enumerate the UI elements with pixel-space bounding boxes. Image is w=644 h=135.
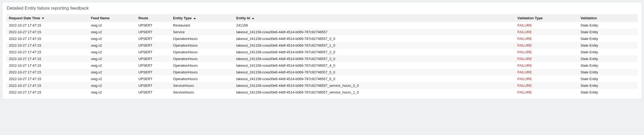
col-entity-type[interactable]: Entity Type [170, 14, 234, 22]
sort-asc-icon [252, 18, 254, 19]
table-row: 2022-10-27 17:47:15owg.v2UPSERTOperation… [6, 35, 638, 42]
cell-entity-type: OperationHours [170, 35, 234, 42]
cell-validation: Stale Entity [578, 55, 638, 62]
cell-entity-type: OperationHours [170, 55, 234, 62]
cell-validation: Stale Entity [578, 69, 638, 76]
cell-feed-name: owg.v2 [88, 69, 136, 76]
col-entity-id[interactable]: Entity Id [234, 14, 515, 22]
cell-validation-type: FAILURE [515, 62, 578, 69]
col-label: Entity Type [173, 16, 192, 20]
cell-request-date-time: 2022-10-27 17:47:15 [6, 69, 88, 76]
cell-entity-type: Restaurant [170, 22, 234, 29]
cell-feed-name: owg.v2 [88, 76, 136, 82]
cell-route: UPSERT [136, 82, 170, 89]
cell-feed-name: owg.v2 [88, 49, 136, 55]
table-row: 2022-10-27 17:47:15owg.v2UPSERTOperation… [6, 62, 638, 69]
cell-request-date-time: 2022-10-27 17:47:15 [6, 42, 88, 49]
cell-request-date-time: 2022-10-27 17:47:15 [6, 89, 88, 96]
cell-entity-id: takeout_241158-ccea30e6-44df-4514-b069-7… [234, 76, 515, 82]
cell-entity-id: takeout_241158-ccea30e6-44df-4514-b069-7… [234, 62, 515, 69]
svg-marker-1 [193, 18, 196, 19]
col-feed-name[interactable]: Feed Name [88, 14, 136, 22]
cell-validation: Stale Entity [578, 22, 638, 29]
col-label: Feed Name [91, 16, 110, 20]
cell-entity-type: OperationHours [170, 62, 234, 69]
cell-entity-id: takeout_241158-ccea30e6-44df-4514-b069-7… [234, 49, 515, 55]
table-row: 2022-10-27 17:47:15owg.v2UPSERTRestauran… [6, 22, 638, 29]
cell-feed-name: owg.v2 [88, 82, 136, 89]
cell-feed-name: owg.v2 [88, 42, 136, 49]
cell-entity-id: takeout_241158-ccea30e6-44df-4514-b069-7… [234, 82, 515, 89]
cell-entity-id: takeout_241158-ccea30e6-44df-4514-b069-7… [234, 89, 515, 96]
cell-route: UPSERT [136, 89, 170, 96]
cell-entity-type: OperationHours [170, 49, 234, 55]
cell-feed-name: owg.v2 [88, 29, 136, 35]
cell-feed-name: owg.v2 [88, 35, 136, 42]
cell-entity-type: OperationHours [170, 76, 234, 82]
cell-validation: Stale Entity [578, 82, 638, 89]
cell-entity-id: takeout_241158-ccea30e6-44df-4514-b069-7… [234, 69, 515, 76]
cell-validation-type: FAILURE [515, 89, 578, 96]
cell-entity-type: ServiceHours [170, 89, 234, 96]
table-row: 2022-10-27 17:47:15owg.v2UPSERTServiceta… [6, 29, 638, 35]
cell-validation-type: FAILURE [515, 35, 578, 42]
col-request-date-time[interactable]: Request Date Time [6, 14, 88, 22]
col-validation-type[interactable]: Validation Type [515, 14, 578, 22]
cell-request-date-time: 2022-10-27 17:47:15 [6, 49, 88, 55]
cell-request-date-time: 2022-10-27 17:47:15 [6, 29, 88, 35]
cell-validation: Stale Entity [578, 89, 638, 96]
svg-marker-0 [42, 18, 44, 19]
cell-request-date-time: 2022-10-27 17:47:15 [6, 22, 88, 29]
cell-validation-type: FAILURE [515, 22, 578, 29]
cell-validation: Stale Entity [578, 29, 638, 35]
col-validation[interactable]: Validation [578, 14, 638, 22]
cell-request-date-time: 2022-10-27 17:47:15 [6, 76, 88, 82]
cell-request-date-time: 2022-10-27 17:47:15 [6, 62, 88, 69]
cell-request-date-time: 2022-10-27 17:47:15 [6, 55, 88, 62]
cell-validation-type: FAILURE [515, 76, 578, 82]
cell-validation-type: FAILURE [515, 49, 578, 55]
sort-desc-icon [42, 18, 44, 19]
cell-validation: Stale Entity [578, 42, 638, 49]
cell-entity-type: Service [170, 29, 234, 35]
cell-entity-id: takeout_241158-ccea30e6-44df-4514-b069-7… [234, 35, 515, 42]
cell-entity-type: OperationHours [170, 42, 234, 49]
cell-route: UPSERT [136, 69, 170, 76]
cell-route: UPSERT [136, 55, 170, 62]
table-row: 2022-10-27 17:47:15owg.v2UPSERTOperation… [6, 42, 638, 49]
col-label: Validation Type [517, 16, 542, 20]
table-header-row: Request Date Time Feed Name Route Entity… [6, 14, 638, 22]
cell-validation: Stale Entity [578, 35, 638, 42]
cell-route: UPSERT [136, 35, 170, 42]
cell-validation: Stale Entity [578, 76, 638, 82]
cell-validation-type: FAILURE [515, 82, 578, 89]
table-row: 2022-10-27 17:47:15owg.v2UPSERTServiceHo… [6, 82, 638, 89]
cell-route: UPSERT [136, 42, 170, 49]
cell-route: UPSERT [136, 29, 170, 35]
cell-request-date-time: 2022-10-27 17:47:15 [6, 35, 88, 42]
cell-entity-id: 241158 [234, 22, 515, 29]
col-label: Entity Id [236, 16, 250, 20]
table-row: 2022-10-27 17:47:15owg.v2UPSERTOperation… [6, 76, 638, 82]
table-row: 2022-10-27 17:47:15owg.v2UPSERTOperation… [6, 49, 638, 55]
table-row: 2022-10-27 17:47:15owg.v2UPSERTOperation… [6, 55, 638, 62]
cell-entity-id: takeout_241158-ccea30e6-44df-4514-b069-7… [234, 42, 515, 49]
sort-asc-icon [193, 18, 196, 19]
table-row: 2022-10-27 17:47:15owg.v2UPSERTServiceHo… [6, 89, 638, 96]
entity-failure-panel: Detailed Entity failure reporting feedba… [2, 2, 642, 99]
col-route[interactable]: Route [136, 14, 170, 22]
col-label: Request Date Time [9, 16, 40, 20]
cell-entity-type: ServiceHours [170, 82, 234, 89]
cell-validation-type: FAILURE [515, 42, 578, 49]
cell-request-date-time: 2022-10-27 17:47:15 [6, 82, 88, 89]
cell-route: UPSERT [136, 49, 170, 55]
cell-route: UPSERT [136, 22, 170, 29]
cell-entity-id: takeout_241158-ccea30e6-44df-4514-b069-7… [234, 29, 515, 35]
cell-feed-name: owg.v2 [88, 22, 136, 29]
cell-validation-type: FAILURE [515, 55, 578, 62]
panel-title: Detailed Entity failure reporting feedba… [6, 6, 638, 11]
col-label: Validation [581, 16, 597, 20]
col-label: Route [138, 16, 148, 20]
cell-validation-type: FAILURE [515, 29, 578, 35]
cell-validation-type: FAILURE [515, 69, 578, 76]
